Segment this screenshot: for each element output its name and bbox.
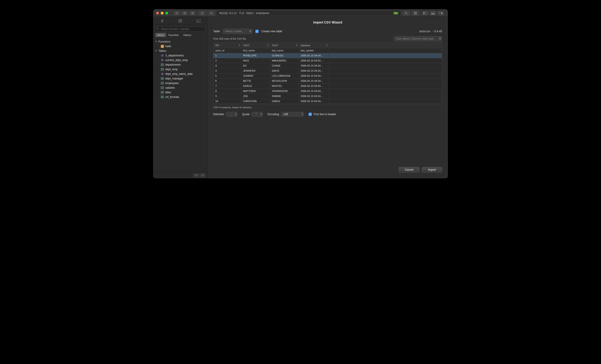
first-line-header-checkbox[interactable]: ✓ [309,113,312,116]
tree-item-table[interactable]: url_formats [153,95,208,99]
tree-item-table[interactable]: salaries [153,85,208,90]
minimize-window-button[interactable] [161,12,163,14]
tree-group-functions[interactable]: Functions [153,39,208,44]
table-select[interactable]: Select a table... ▲▼ [223,29,253,34]
svg-text:SQL: SQL [197,20,200,22]
grid-toolbar-button[interactable] [412,10,419,16]
table-cell: NICHOLSON [270,78,299,83]
add-item-button[interactable]: ＋ [193,173,199,177]
tree-item-label: employees [165,81,179,85]
stop-button[interactable] [173,10,180,16]
table-row[interactable]: 6BETTENICHOLSON2006-02-15 04:34… [213,78,442,83]
table-cell: 5 [213,73,241,78]
column-name-header[interactable]: last_name [270,48,299,53]
column-type-header[interactable]: INT▲▼ [213,43,241,48]
table-cell: 10 [213,99,241,104]
wizard-top-row: Table Select a table... ▲▼ ✓ Create new … [213,29,442,34]
svg-point-22 [162,55,163,56]
column-type-header[interactable]: TEXT▲▼ [241,43,270,48]
column-type-header[interactable]: datetime▲▼ [299,43,329,48]
panel-toggle-group [421,10,445,16]
panel-right-button[interactable] [437,10,444,16]
column-name-header[interactable]: actor_id [213,48,241,53]
tree-group-tables[interactable]: Tables [153,49,208,53]
table-row[interactable]: 10CHRISTIANGABLE2006-02-15 04:34… [213,99,442,104]
connection-path-text: MySQL 8.0.12 : TLS : Myloc : employees [219,11,269,15]
tree-item-function[interactable]: ( )hello [153,44,208,49]
svg-point-3 [193,13,193,13]
table-row[interactable]: 4JENNIFERDAVIS2006-02-15 04:34… [213,68,442,73]
svg-rect-10 [416,13,417,14]
search-toolbar-button[interactable] [402,10,410,16]
sidebar-tab-database[interactable] [177,18,184,24]
cancel-button[interactable]: Cancel [399,167,420,172]
eye-icon [183,12,186,14]
table-row[interactable]: 3EDCHASE2006-02-15 04:34… [213,63,442,68]
sidebar-search-input[interactable] [155,27,206,31]
table-row[interactable]: 7GRACEMOSTEL2006-02-15 04:34… [213,83,442,89]
sidebar-filter-tabs: Items Favorites History [153,33,208,39]
refresh-icon [210,12,213,14]
table-cell: SWANK [270,93,299,99]
table-row[interactable]: 9JOESWANK2006-02-15 04:34… [213,93,442,99]
table-row[interactable]: 2NICKWAHLBERG2006-02-15 04:34… [213,58,442,63]
table-row[interactable]: 5JOHNNYLOLLOBRIGIDA2006-02-15 04:34… [213,73,442,78]
filter-tab-favorites[interactable]: Favorites [166,33,181,37]
column-type-header[interactable]: TEXT▲▼ [270,43,299,48]
quote-select[interactable]: " ▲▼ [251,112,263,117]
tree-item-table[interactable]: 3_departments [153,53,208,58]
tree-item-table[interactable]: dept_emp [153,67,208,72]
table-row[interactable]: 1PENELOPEGUINESS2006-02-15 04:34… [213,53,442,58]
toolbar-group-nav [173,10,197,16]
tree-item-table[interactable]: current_dept_emp [153,58,208,62]
column-name-header[interactable]: first_name [241,48,270,53]
delimiter-select[interactable]: , ▲▼ [226,112,237,117]
import-button[interactable]: Import [422,167,442,172]
create-new-table-checkbox[interactable]: ✓ [255,30,259,33]
table-cell: CHRISTIAN [241,99,270,104]
table-row[interactable]: 8MATTHEWJOHANSSON2006-02-15 04:34… [213,89,442,93]
app-window: MySQL 8.0.12 : TLS : Myloc : employees l… [153,9,448,178]
preview-button[interactable] [181,10,188,16]
svg-rect-9 [414,13,415,14]
search-icon [405,12,408,14]
close-window-button[interactable] [156,12,159,14]
filter-tab-items[interactable]: Items [155,33,166,37]
panel-bottom-button[interactable] [429,10,437,16]
column-name-header[interactable]: last_update [299,48,329,53]
wizard-sub-row: First 100 rows of the CSV file Auto dete… [213,36,442,41]
encoding-select[interactable]: utf8 ▲▼ [281,112,304,117]
sidebar-search-wrap [153,25,208,33]
table-cell: JOHNNY [241,73,270,78]
filter-tab-history[interactable]: History [181,33,193,37]
refresh-button[interactable] [208,10,215,16]
settings-button[interactable] [189,10,196,16]
tree-item-table[interactable]: dept_emp_latest_date [153,72,208,76]
panel-left-button[interactable] [421,10,429,16]
table-cell: JENNIFER [241,68,270,73]
footer-menu-button[interactable] [200,173,206,177]
svg-point-6 [405,12,407,14]
table-cell: LOLLOBRIGIDA [270,73,299,78]
sidebar-tab-sql[interactable]: SQL [195,18,202,24]
chevron-updown-icon: ▲▼ [260,112,262,116]
tree-item-table[interactable]: employees [153,81,208,85]
table-cell: CHASE [270,63,299,68]
chevron-down-icon [202,175,204,176]
zoom-window-button[interactable] [165,12,168,14]
wizard-button-row: Cancel Import [208,160,448,178]
auto-detect-select[interactable]: Auto detect Columns data type ▲▼ [394,36,442,41]
sql-icon: SQL [196,19,200,23]
svg-rect-30 [161,82,164,84]
tree-item-table[interactable]: titles [153,90,208,95]
svg-rect-7 [414,12,415,13]
table-cell: GRACE [241,83,270,89]
create-new-table-label: Create new table [261,30,282,33]
table-cell: BETTE [241,78,270,83]
table-cell: 2006-02-15 04:34… [299,73,329,78]
lock-button[interactable] [199,10,206,16]
tree-item-table[interactable]: departments [153,62,208,67]
tree-item-table[interactable]: dept_manager [153,76,208,81]
table-icon [161,63,164,66]
sidebar-tab-connections[interactable] [159,18,166,24]
